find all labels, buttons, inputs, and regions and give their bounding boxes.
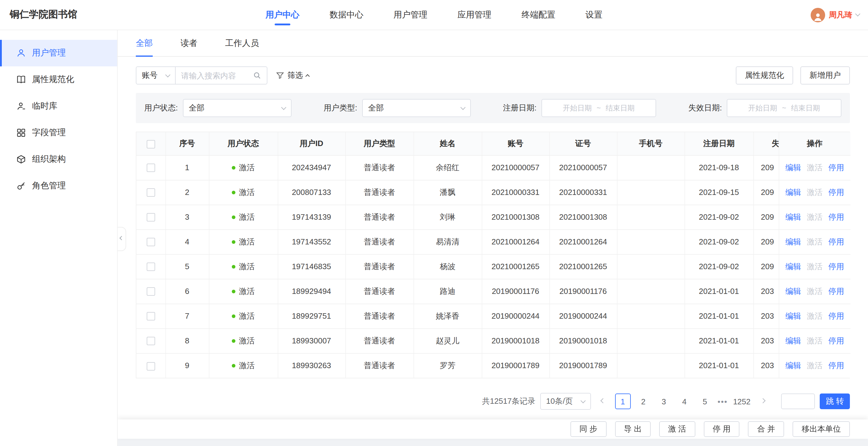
next-page-button[interactable] (756, 393, 771, 409)
select-all-checkbox[interactable] (147, 140, 155, 148)
sidebar-item-role-management[interactable]: 角色管理 (0, 172, 117, 199)
merge-button[interactable]: 合 并 (748, 421, 784, 437)
disable-link[interactable]: 停用 (829, 187, 844, 196)
col-cert: 证号 (549, 132, 617, 155)
tab-staff[interactable]: 工作人员 (225, 38, 259, 56)
remove-from-unit-button[interactable]: 移出本单位 (793, 421, 850, 437)
col-name: 姓名 (413, 132, 482, 155)
page-button[interactable]: 1 (615, 393, 631, 409)
disable-link[interactable]: 停用 (829, 262, 844, 271)
status-text: 激活 (239, 336, 255, 345)
expire-date-range[interactable]: 开始日期 ~ 结束日期 (727, 99, 841, 117)
disable-link[interactable]: 停用 (829, 361, 844, 370)
disable-link[interactable]: 停用 (829, 286, 844, 295)
filter-toggle[interactable]: 筛选 (276, 70, 309, 81)
search-icon[interactable] (253, 71, 261, 79)
sidebar-item-attribute-normalization[interactable]: 属性规范化 (0, 66, 117, 93)
disable-link[interactable]: 停用 (829, 212, 844, 221)
cell-user-id: 197143139 (278, 204, 345, 229)
cell-name: 路迪 (413, 279, 482, 304)
search-input[interactable] (181, 71, 253, 80)
edit-link[interactable]: 编辑 (785, 311, 801, 320)
export-button[interactable]: 导 出 (615, 421, 651, 437)
activate-link[interactable]: 激活 (807, 262, 823, 271)
row-checkbox[interactable] (147, 312, 155, 321)
jump-button[interactable]: 跳 转 (820, 393, 850, 409)
edit-link[interactable]: 编辑 (785, 361, 801, 370)
activate-link[interactable]: 激活 (807, 187, 823, 196)
filter-label: 筛选 (287, 70, 303, 81)
cell-user-id: 189930007 (278, 328, 345, 353)
nav-item-user-center[interactable]: 用户中心 (266, 0, 300, 30)
prev-page-button[interactable] (596, 393, 610, 409)
activate-button[interactable]: 激 活 (659, 421, 695, 437)
page-ellipsis[interactable]: ••• (718, 397, 728, 406)
sidebar-item-temp-library[interactable]: 临时库 (0, 93, 117, 120)
edit-link[interactable]: 编辑 (785, 212, 801, 221)
nav-item-settings[interactable]: 设置 (586, 0, 602, 30)
activate-link[interactable]: 激活 (807, 163, 823, 172)
tab-all[interactable]: 全部 (136, 38, 153, 56)
sidebar-item-user-management[interactable]: 用户管理 (0, 40, 117, 66)
activate-link[interactable]: 激活 (807, 311, 823, 320)
disable-link[interactable]: 停用 (829, 311, 844, 320)
cell-operations: 编辑 激活 停用 (779, 353, 850, 378)
row-checkbox[interactable] (147, 288, 155, 296)
disable-link[interactable]: 停用 (829, 336, 844, 345)
status-text: 激活 (239, 187, 255, 196)
cell-status: 激活 (209, 229, 278, 254)
register-date-range[interactable]: 开始日期 ~ 结束日期 (541, 99, 656, 117)
search-field-select[interactable]: 账号 (136, 66, 176, 85)
nav-item-terminal-config[interactable]: 终端配置 (522, 0, 555, 30)
row-checkbox[interactable] (147, 362, 155, 370)
cell-account: 20210000057 (482, 155, 549, 180)
cell-account: 20210001308 (482, 204, 549, 229)
edit-link[interactable]: 编辑 (785, 163, 801, 172)
disable-button[interactable]: 停 用 (704, 421, 740, 437)
cell-user-id: 202434947 (278, 155, 345, 180)
activate-link[interactable]: 激活 (807, 361, 823, 370)
row-checkbox[interactable] (147, 337, 155, 346)
activate-link[interactable]: 激活 (807, 336, 823, 345)
edit-link[interactable]: 编辑 (785, 262, 801, 271)
disable-link[interactable]: 停用 (829, 163, 844, 172)
last-page-button[interactable]: 1252 (733, 393, 751, 409)
row-checkbox-cell (136, 353, 165, 378)
edit-link[interactable]: 编辑 (785, 286, 801, 295)
user-menu[interactable]: 周凡琦 (811, 7, 860, 22)
page-size-select[interactable]: 10条/页 (540, 393, 591, 410)
page-button[interactable]: 5 (697, 393, 713, 409)
disable-link[interactable]: 停用 (829, 237, 844, 246)
nav-item-data-center[interactable]: 数据中心 (330, 0, 363, 30)
chevron-down-icon (281, 105, 286, 110)
activate-link[interactable]: 激活 (807, 237, 823, 246)
nav-item-user-management[interactable]: 用户管理 (394, 0, 427, 30)
edit-link[interactable]: 编辑 (785, 187, 801, 196)
user-status-select[interactable]: 全部 (183, 99, 291, 117)
row-checkbox[interactable] (147, 238, 155, 247)
edit-link[interactable]: 编辑 (785, 336, 801, 345)
user-type-select[interactable]: 全部 (362, 99, 471, 117)
page-button[interactable]: 2 (636, 393, 651, 409)
attribute-normalize-button[interactable]: 属性规范化 (736, 66, 793, 85)
sync-button[interactable]: 同 步 (570, 421, 606, 437)
add-user-button[interactable]: 新增用户 (800, 66, 850, 85)
page-button[interactable]: 4 (677, 393, 692, 409)
activate-link[interactable]: 激活 (807, 212, 823, 221)
cell-user-type: 普通读者 (345, 155, 413, 180)
row-checkbox[interactable] (147, 213, 155, 222)
jump-page-input[interactable] (781, 393, 815, 409)
sidebar-item-organization[interactable]: 组织架构 (0, 146, 117, 172)
activate-link[interactable]: 激活 (807, 286, 823, 295)
page-button[interactable]: 3 (656, 393, 672, 409)
tab-readers[interactable]: 读者 (181, 38, 197, 56)
row-checkbox[interactable] (147, 189, 155, 197)
sidebar-item-field-management[interactable]: 字段管理 (0, 120, 117, 146)
nav-item-app-management[interactable]: 应用管理 (458, 0, 491, 30)
cell-account: 20210000331 (482, 180, 549, 204)
edit-link[interactable]: 编辑 (785, 237, 801, 246)
row-checkbox[interactable] (147, 263, 155, 271)
sidebar-collapse-button[interactable] (118, 227, 126, 251)
row-checkbox[interactable] (147, 164, 155, 172)
cell-user-id: 189929494 (278, 279, 345, 304)
